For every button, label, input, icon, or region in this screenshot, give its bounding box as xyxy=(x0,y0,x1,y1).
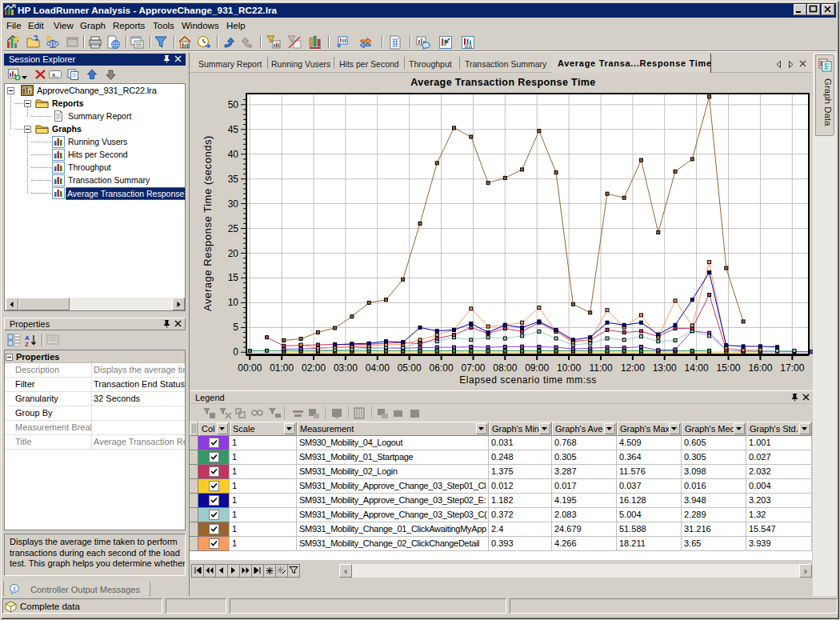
svg-text:30: 30 xyxy=(228,198,239,210)
svg-text:Average Response Time (seconds: Average Response Time (seconds) xyxy=(202,135,214,311)
svg-text:11:00: 11:00 xyxy=(589,362,612,374)
svg-text:Average Transaction Response T: Average Transaction Response Time xyxy=(410,77,595,88)
svg-text:5: 5 xyxy=(233,322,238,333)
svg-text:Z: Z xyxy=(25,341,29,346)
svg-text:10: 10 xyxy=(228,297,239,308)
svg-text:40: 40 xyxy=(228,149,239,160)
svg-text:a..: a.. xyxy=(52,72,58,78)
svg-text:35: 35 xyxy=(228,174,239,185)
svg-text:05:00: 05:00 xyxy=(398,362,422,374)
svg-text:07:00: 07:00 xyxy=(461,362,485,374)
svg-text:!: ! xyxy=(14,586,16,593)
svg-text:Elapsed scenario time mm:ss: Elapsed scenario time mm:ss xyxy=(459,374,597,386)
svg-text:10:00: 10:00 xyxy=(557,362,581,374)
svg-text:13:00: 13:00 xyxy=(653,362,677,374)
svg-text:16:00: 16:00 xyxy=(748,362,772,374)
svg-text:17:00: 17:00 xyxy=(780,362,804,374)
svg-text:03:00: 03:00 xyxy=(334,362,358,374)
svg-text:02:00: 02:00 xyxy=(302,362,326,374)
svg-text:20: 20 xyxy=(228,248,239,259)
svg-text:09:00: 09:00 xyxy=(525,362,549,374)
svg-text:50: 50 xyxy=(228,99,239,110)
svg-text:15:00: 15:00 xyxy=(716,362,740,374)
svg-text:06:00: 06:00 xyxy=(430,362,454,374)
svg-text:04:00: 04:00 xyxy=(366,362,390,374)
svg-text:0: 0 xyxy=(233,346,238,358)
svg-text:14:00: 14:00 xyxy=(685,362,709,374)
svg-text:12:00: 12:00 xyxy=(621,362,645,374)
svg-text:01:00: 01:00 xyxy=(270,362,294,374)
svg-text:25: 25 xyxy=(228,223,239,234)
svg-text:00:00: 00:00 xyxy=(238,362,262,374)
svg-text:45: 45 xyxy=(228,124,239,135)
svg-text:08:00: 08:00 xyxy=(493,362,517,374)
svg-text:15: 15 xyxy=(228,272,239,283)
